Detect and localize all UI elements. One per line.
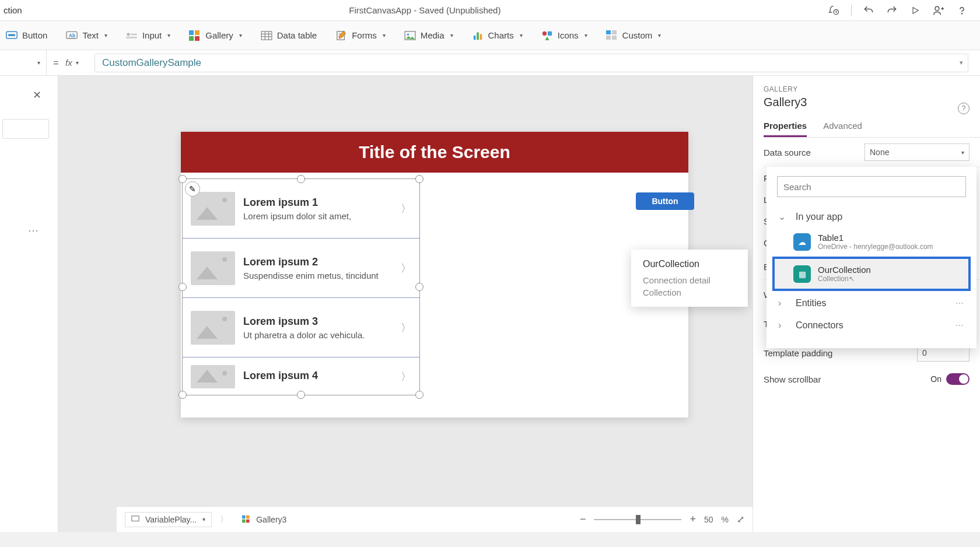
ribbon-forms[interactable]: Forms ▾	[333, 30, 388, 41]
chevron-right-icon[interactable]: 〉	[401, 321, 411, 335]
more-icon[interactable]: ⋯	[956, 299, 965, 308]
datasource-group-entities[interactable]: › Entities ⋯	[766, 292, 977, 314]
resize-handle[interactable]	[415, 391, 424, 399]
app-checker-icon[interactable]	[828, 4, 841, 17]
resize-handle[interactable]	[415, 283, 424, 291]
datasource-dropdown[interactable]: None ▾	[864, 143, 970, 161]
gallery-icon	[189, 30, 201, 41]
zoom-suffix: %	[722, 515, 729, 524]
gallery-item[interactable]: Lorem ipsum 3 Ut pharetra a dolor ac veh…	[183, 298, 419, 357]
chevron-down-icon: ▾	[104, 32, 107, 38]
property-selector[interactable]: ▾	[0, 50, 47, 76]
more-icon[interactable]: ⋯	[956, 321, 965, 330]
screen-icon	[131, 515, 141, 524]
resize-handle[interactable]	[178, 283, 187, 291]
ribbon-button-label: Button	[22, 30, 47, 40]
chevron-right-icon[interactable]: 〉	[401, 202, 411, 216]
chevron-down-icon: ▾	[961, 149, 964, 156]
resize-handle[interactable]	[178, 175, 187, 183]
canvas-area[interactable]: Title of the Screen Button ✎ Lorem ipsum…	[58, 76, 752, 532]
breadcrumb-separator-icon: 〉	[220, 514, 228, 525]
tab-advanced[interactable]: Advanced	[823, 121, 862, 137]
datasource-item-ourcollection[interactable]: ▦ OurCollection Collection↖	[772, 257, 971, 291]
ribbon-charts-label: Charts	[488, 30, 514, 40]
svg-point-29	[542, 31, 547, 35]
ribbon-input[interactable]: Input ▾	[124, 30, 173, 41]
gallery-item[interactable]: Lorem ipsum 2 Suspendisse enim metus, ti…	[183, 239, 419, 298]
play-icon[interactable]	[909, 4, 922, 17]
collection-icon: ▦	[793, 265, 811, 283]
datasource-group-label: In your app	[796, 212, 842, 222]
tooltip-subtitle: Connection detail	[643, 275, 736, 285]
ribbon-button[interactable]: Button	[4, 30, 50, 41]
svg-marker-1	[913, 7, 918, 13]
datasource-item-name: Table1	[818, 233, 933, 243]
edit-pencil-icon[interactable]: ✎	[185, 181, 200, 197]
resize-handle[interactable]	[415, 175, 424, 183]
breadcrumb-control-label: Gallery3	[256, 515, 286, 524]
fx-label[interactable]: fx▾	[65, 58, 94, 68]
gallery-control-selected[interactable]: ✎ Lorem ipsum 1 Lorem ipsum dolor sit am…	[182, 178, 420, 395]
icons-icon	[541, 30, 553, 41]
chevron-right-icon: ›	[778, 298, 788, 308]
chevron-down-icon: ▾	[202, 516, 205, 523]
gallery-item-title: Lorem ipsum 4	[243, 370, 393, 382]
ribbon-datatable[interactable]: Data table	[258, 30, 319, 41]
canvas-button-control[interactable]: Button	[636, 192, 694, 210]
chevron-right-icon[interactable]: 〉	[401, 370, 411, 384]
breadcrumb-screen[interactable]: VariablePlay... ▾	[125, 512, 212, 527]
formula-text: CustomGallerySample	[102, 57, 201, 69]
formula-expand-icon[interactable]: ▾	[960, 59, 963, 66]
help-icon[interactable]	[956, 4, 968, 17]
ribbon-custom[interactable]: Custom ▾	[604, 30, 664, 41]
ribbon-datatable-label: Data table	[277, 30, 317, 40]
tab-properties[interactable]: Properties	[764, 121, 807, 137]
zoom-slider-thumb[interactable]	[636, 515, 640, 524]
tree-item-more-icon[interactable]: ⋯	[28, 224, 40, 237]
datasource-item-table1[interactable]: ☁ Table1 OneDrive - henrylegge@outlook.c…	[766, 228, 977, 255]
undo-icon[interactable]	[862, 4, 875, 17]
ribbon-gallery[interactable]: Gallery ▾	[187, 30, 244, 41]
info-icon[interactable]: ?	[958, 103, 970, 114]
gallery-icon	[242, 515, 251, 524]
svg-point-9	[128, 34, 129, 35]
gallery-item[interactable]: Lorem ipsum 1 Lorem ipsum dolor sit amet…	[183, 179, 419, 239]
datasource-search[interactable]	[777, 176, 966, 197]
ribbon-icons[interactable]: Icons ▾	[539, 30, 590, 41]
zoom-in-button[interactable]: +	[690, 513, 696, 525]
close-icon[interactable]: ✕	[33, 89, 41, 101]
svg-rect-34	[612, 36, 617, 40]
svg-rect-27	[477, 32, 479, 40]
svg-rect-15	[195, 36, 200, 41]
tree-item[interactable]	[2, 119, 49, 139]
breadcrumb-control[interactable]: Gallery3	[236, 513, 292, 527]
resize-handle[interactable]	[178, 391, 187, 399]
datasource-tooltip: OurCollection Connection detail Collecti…	[631, 250, 748, 307]
chevron-right-icon[interactable]: 〉	[401, 261, 411, 275]
ribbon-input-label: Input	[142, 30, 162, 40]
show-scrollbar-toggle[interactable]	[946, 373, 970, 385]
zoom-out-button[interactable]: −	[580, 513, 586, 525]
gallery-item-title: Lorem ipsum 3	[243, 315, 393, 328]
datasource-group-label: Entities	[796, 298, 826, 308]
share-icon[interactable]	[932, 4, 945, 17]
input-icon	[126, 30, 138, 41]
formula-input[interactable]: CustomGallerySample ▾	[94, 54, 968, 72]
resize-handle[interactable]	[297, 175, 305, 183]
datasource-group-inyourapp[interactable]: ⌄ In your app	[766, 205, 977, 228]
charts-icon	[472, 30, 484, 41]
redo-icon[interactable]	[886, 4, 898, 17]
ribbon-text[interactable]: Ab Text ▾	[64, 30, 110, 41]
fullscreen-icon[interactable]: ⤢	[737, 514, 744, 525]
ribbon-media[interactable]: Media ▾	[402, 30, 456, 41]
datasource-picker-popup: ⌄ In your app ☁ Table1 OneDrive - henryl…	[766, 167, 977, 348]
zoom-slider[interactable]	[594, 519, 681, 520]
ribbon-charts[interactable]: Charts ▾	[470, 30, 525, 41]
datasource-group-connectors[interactable]: › Connectors ⋯	[766, 314, 977, 336]
ribbon-forms-label: Forms	[352, 30, 377, 40]
svg-rect-35	[132, 516, 139, 521]
datasource-search-input[interactable]	[783, 182, 960, 192]
resize-handle[interactable]	[297, 391, 305, 399]
prop-label-datasource: Data source	[764, 148, 811, 157]
forms-icon	[335, 30, 347, 41]
